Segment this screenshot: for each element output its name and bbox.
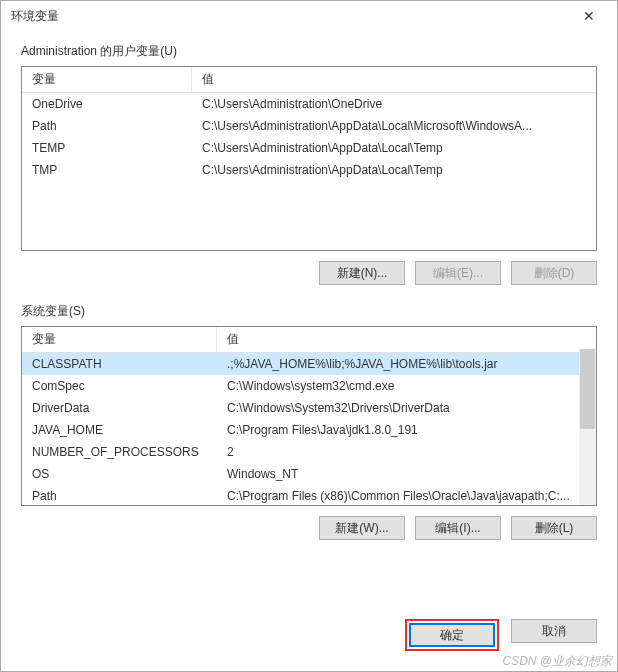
var-name: NUMBER_OF_PROCESSORS <box>22 443 217 461</box>
var-value: C:\Users\Administration\AppData\Local\Te… <box>192 139 596 157</box>
user-rows: OneDriveC:\Users\Administration\OneDrive… <box>22 93 596 181</box>
var-value: C:\Users\Administration\AppData\Local\Te… <box>192 161 596 179</box>
var-name: TMP <box>22 161 192 179</box>
table-row[interactable]: OSWindows_NT <box>22 463 596 485</box>
ok-highlight: 确定 <box>405 619 499 651</box>
var-name: JAVA_HOME <box>22 421 217 439</box>
system-edit-button[interactable]: 编辑(I)... <box>415 516 501 540</box>
var-name: TEMP <box>22 139 192 157</box>
user-vars-listbox[interactable]: 变量 值 OneDriveC:\Users\Administration\One… <box>21 66 597 251</box>
table-row[interactable]: NUMBER_OF_PROCESSORS2 <box>22 441 596 463</box>
system-button-row: 新建(W)... 编辑(I)... 删除(L) <box>21 516 597 540</box>
system-delete-button[interactable]: 删除(L) <box>511 516 597 540</box>
table-row[interactable]: DriverDataC:\Windows\System32\Drivers\Dr… <box>22 397 596 419</box>
user-list-header: 变量 值 <box>22 67 596 93</box>
system-vars-group: 系统变量(S) 变量 值 CLASSPATH.;%JAVA_HOME%\lib;… <box>21 303 597 540</box>
user-edit-button[interactable]: 编辑(E)... <box>415 261 501 285</box>
close-icon: ✕ <box>583 8 595 24</box>
scrollbar[interactable] <box>579 349 596 505</box>
dialog-content: Administration 的用户变量(U) 变量 值 OneDriveC:\… <box>1 31 617 607</box>
user-delete-button[interactable]: 删除(D) <box>511 261 597 285</box>
col-value[interactable]: 值 <box>217 327 596 352</box>
col-variable[interactable]: 变量 <box>22 327 217 352</box>
window-title: 环境变量 <box>11 8 59 25</box>
col-variable[interactable]: 变量 <box>22 67 192 92</box>
user-new-button[interactable]: 新建(N)... <box>319 261 405 285</box>
scroll-thumb[interactable] <box>580 349 595 429</box>
var-value: C:\Windows\System32\Drivers\DriverData <box>217 399 596 417</box>
system-vars-listbox[interactable]: 变量 值 CLASSPATH.;%JAVA_HOME%\lib;%JAVA_HO… <box>21 326 597 506</box>
system-vars-label: 系统变量(S) <box>21 303 597 320</box>
var-value: C:\Program Files\Java\jdk1.8.0_191 <box>217 421 596 439</box>
var-value: .;%JAVA_HOME%\lib;%JAVA_HOME%\lib\tools.… <box>217 355 596 373</box>
system-new-button[interactable]: 新建(W)... <box>319 516 405 540</box>
table-row[interactable]: CLASSPATH.;%JAVA_HOME%\lib;%JAVA_HOME%\l… <box>22 353 596 375</box>
table-row[interactable]: TEMPC:\Users\Administration\AppData\Loca… <box>22 137 596 159</box>
table-row[interactable]: JAVA_HOMEC:\Program Files\Java\jdk1.8.0_… <box>22 419 596 441</box>
var-name: Path <box>22 117 192 135</box>
close-button[interactable]: ✕ <box>569 2 609 30</box>
ok-button[interactable]: 确定 <box>409 623 495 647</box>
var-name: DriverData <box>22 399 217 417</box>
var-name: CLASSPATH <box>22 355 217 373</box>
user-vars-label: Administration 的用户变量(U) <box>21 43 597 60</box>
cancel-button[interactable]: 取消 <box>511 619 597 643</box>
user-vars-group: Administration 的用户变量(U) 变量 值 OneDriveC:\… <box>21 43 597 285</box>
env-vars-dialog: 环境变量 ✕ Administration 的用户变量(U) 变量 值 OneD… <box>0 0 618 672</box>
system-rows: CLASSPATH.;%JAVA_HOME%\lib;%JAVA_HOME%\l… <box>22 353 596 506</box>
table-row[interactable]: PathC:\Users\Administration\AppData\Loca… <box>22 115 596 137</box>
var-name: OneDrive <box>22 95 192 113</box>
var-value: C:\Windows\system32\cmd.exe <box>217 377 596 395</box>
titlebar: 环境变量 ✕ <box>1 1 617 31</box>
table-row[interactable]: PathC:\Program Files (x86)\Common Files\… <box>22 485 596 506</box>
table-row[interactable]: OneDriveC:\Users\Administration\OneDrive <box>22 93 596 115</box>
table-row[interactable]: TMPC:\Users\Administration\AppData\Local… <box>22 159 596 181</box>
user-button-row: 新建(N)... 编辑(E)... 删除(D) <box>21 261 597 285</box>
var-value: C:\Users\Administration\OneDrive <box>192 95 596 113</box>
watermark: CSDN @业余幻想家 <box>502 653 612 670</box>
var-value: C:\Users\Administration\AppData\Local\Mi… <box>192 117 596 135</box>
var-value: 2 <box>217 443 596 461</box>
table-row[interactable]: ComSpecC:\Windows\system32\cmd.exe <box>22 375 596 397</box>
var-value: C:\Program Files (x86)\Common Files\Orac… <box>217 487 596 505</box>
col-value[interactable]: 值 <box>192 67 596 92</box>
var-name: ComSpec <box>22 377 217 395</box>
system-list-header: 变量 值 <box>22 327 596 353</box>
var-value: Windows_NT <box>217 465 596 483</box>
var-name: Path <box>22 487 217 505</box>
var-name: OS <box>22 465 217 483</box>
